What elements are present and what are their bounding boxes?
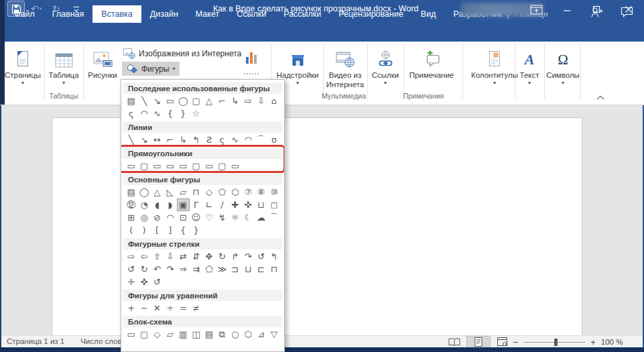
shapes-button[interactable]: Фигуры ▾ [122,62,180,76]
shape-icon[interactable]: ⑦ [242,186,255,198]
shape-icon[interactable]: ] [164,224,176,237]
shape-icon[interactable]: ↰ [190,133,202,146]
shape-icon[interactable]: ⊓ [267,263,280,276]
shape-icon[interactable]: ↶ [151,263,164,276]
shape-icon[interactable]: ⇨ [125,250,137,263]
shape-icon[interactable]: ✜ [137,276,150,288]
shape-icon[interactable]: ☺ [190,211,202,224]
shape-icon[interactable]: Ƨ [202,133,215,146]
shape-icon[interactable]: ) [137,224,150,237]
shape-icon[interactable]: ◠ [242,133,255,146]
shape-icon[interactable]: ⊐ [229,263,241,276]
shape-icon[interactable]: ↘ [151,95,164,107]
shape-icon[interactable]: ╲ [125,133,137,146]
shape-icon[interactable]: [ [151,224,164,237]
shape-icon[interactable]: ▭ [202,160,215,172]
shape-icon[interactable]: ▽ [267,328,280,341]
shape-icon[interactable]: ↔ [151,133,164,146]
shape-icon[interactable]: ▭ [164,95,176,107]
shape-icon[interactable]: ⌐ [164,133,176,146]
zoom-out-button[interactable]: − [513,337,518,347]
tab-design[interactable]: Дизайн [141,5,187,23]
shape-icon[interactable]: ⊔ [255,198,267,211]
shape-icon[interactable]: + [125,302,137,314]
shape-icon[interactable]: ʊ [267,133,280,146]
shape-icon[interactable]: { [164,107,176,120]
shape-icon[interactable]: ∕ [216,198,229,211]
shape-icon[interactable]: ╲ [137,95,150,107]
shape-icon[interactable]: ▭ [164,160,176,172]
shape-icon[interactable]: ⊓ [190,186,202,198]
shape-icon[interactable]: ⇄ [177,250,190,263]
shape-icon[interactable]: ↱ [229,250,241,263]
shape-icon[interactable]: ◇ [151,328,164,341]
shape-icon[interactable]: ◯ [177,95,190,107]
shape-icon[interactable]: ⑫ [125,198,137,211]
tab-insert[interactable]: Вставка [92,5,141,23]
shape-icon[interactable]: ◔ [137,198,150,211]
shape-icon[interactable]: = [177,302,190,314]
links-button[interactable]: Ссылки ▾ [369,44,402,102]
online-pictures-button[interactable]: Изображения из Интернета [123,48,241,59]
shape-icon[interactable]: ⊞ [125,211,137,224]
shape-icon[interactable]: ◎ [137,211,150,224]
shape-icon[interactable]: } [190,224,202,237]
shape-icon[interactable]: ♡ [202,211,215,224]
shape-icon[interactable]: ○ [229,328,241,341]
shape-icon[interactable]: ▭ [177,160,190,172]
shape-icon[interactable]: ⌒ [255,133,267,146]
shape-icon[interactable]: ⌐ [216,95,229,107]
shape-icon[interactable]: ✛ [125,276,137,288]
shape-icon[interactable]: ς [125,107,137,120]
redo-button[interactable]: ↻ [48,1,64,16]
shape-icon[interactable]: ⊔ [242,263,255,276]
shape-icon[interactable]: ◗ [164,198,176,211]
shape-icon[interactable]: ÷ [164,302,176,314]
shape-icon[interactable]: ↷ [242,250,255,263]
shape-icon[interactable]: ◇ [202,186,215,198]
shape-icon[interactable]: ⑧ [255,186,267,198]
shape-icon[interactable]: ✥ [202,250,215,263]
shape-icon[interactable]: ∿ [151,107,164,120]
shape-icon[interactable]: ⊿ [255,328,267,341]
customize-qat-button[interactable] [68,1,84,16]
shape-icon[interactable]: △ [202,95,215,107]
shape-icon[interactable]: △ [151,186,164,198]
shape-icon[interactable]: ( [125,224,137,237]
shape-icon[interactable]: ▭ [125,328,137,341]
shape-icon[interactable]: ✜ [242,198,255,211]
shape-icon[interactable]: ⌒ [267,211,280,224]
shape-icon[interactable]: ⇨ [242,95,255,107]
shape-icon[interactable]: ≠ [190,302,202,314]
shape-icon[interactable]: ∟ [202,198,215,211]
shape-icon[interactable]: ↳ [177,133,190,146]
text-button[interactable]: A Текст ▾ [516,44,543,102]
shape-icon[interactable]: ⇩ [164,250,176,263]
zoom-in-button[interactable]: + [590,337,596,347]
shape-icon[interactable]: ↯ [216,211,229,224]
shape-icon[interactable]: ⇦ [137,250,150,263]
read-mode-button[interactable] [442,336,466,348]
shape-icon[interactable]: ▤ [125,95,137,107]
shape-icon[interactable]: ▭ [151,160,164,172]
web-layout-button[interactable] [491,336,515,348]
shape-icon[interactable]: ▱ [177,186,190,198]
shape-icon[interactable]: ☼ [229,211,241,224]
shape-icon[interactable]: ▱ [164,328,176,341]
save-button[interactable] [8,1,24,16]
shape-icon[interactable]: ↻ [137,263,150,276]
shape-icon[interactable]: ⇩ [255,95,267,107]
symbols-button[interactable]: Ω Символы ▾ [545,44,580,102]
shape-icon[interactable]: ◖ [151,198,164,211]
shape-icon[interactable]: ⌂ [267,95,280,107]
shape-icon[interactable]: ◠ [164,211,176,224]
shape-icon[interactable]: ↺ [151,276,164,288]
shape-icon[interactable]: ⧉ [216,328,229,341]
minimize-button[interactable] [554,0,580,19]
shape-icon[interactable]: ⊡ [177,211,190,224]
header-footer-button[interactable]: Колонтитулы ▾ [465,44,524,102]
shape-icon[interactable]: } [177,107,190,120]
shape-icon[interactable]: ✕ [151,302,164,314]
shape-icon[interactable]: ▢ [190,160,202,172]
shape-icon[interactable]: ↳ [229,95,241,107]
